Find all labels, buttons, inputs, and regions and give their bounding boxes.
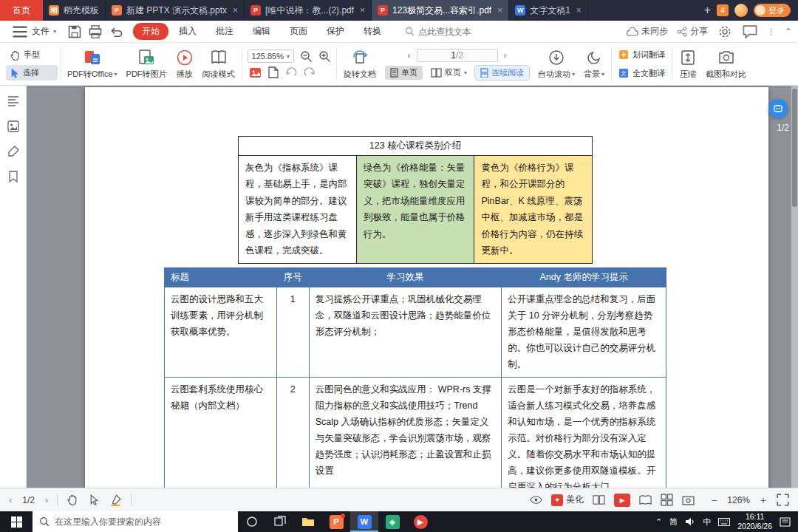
find-text-search[interactable] — [405, 27, 485, 37]
speaker-icon[interactable] — [685, 517, 695, 526]
share-button[interactable]: 分享 — [677, 25, 708, 38]
gear-icon[interactable] — [717, 24, 733, 39]
cortana-button[interactable] — [238, 511, 266, 532]
zoom-out-icon[interactable] — [300, 50, 313, 63]
screenshot-compare-button[interactable]: 截图和对比 — [701, 44, 751, 83]
assistant-floating-button[interactable] — [768, 99, 788, 118]
notification-center-icon[interactable] — [780, 517, 791, 527]
close-tab-icon[interactable]: × — [360, 5, 365, 16]
wps-presentation-button[interactable]: P — [322, 511, 350, 532]
document-viewport[interactable]: 123 核心课程类别介绍 灰色为《指标系统》课程，基础易上手，是内部课较为简单的… — [27, 86, 798, 488]
tray-expand-icon[interactable]: ⌃ — [655, 517, 662, 527]
start-button[interactable] — [0, 511, 33, 532]
play-slideshow-button[interactable]: 播放 — [171, 44, 198, 83]
tab-page[interactable]: 页面 — [281, 23, 316, 40]
taskbar-clock[interactable]: 16:11 2020/6/26 — [737, 512, 772, 531]
user-avatar[interactable] — [734, 4, 748, 17]
select-tool-icon[interactable] — [88, 494, 100, 506]
save-icon[interactable] — [66, 24, 83, 39]
annotation-panel-icon[interactable] — [7, 145, 20, 158]
more-icon[interactable]: ⋮ — [767, 27, 776, 37]
word-translate-button[interactable]: 划词翻译 — [614, 47, 669, 63]
beautify-button[interactable]: ✦ 美化 — [551, 494, 584, 506]
file-menu[interactable]: 文件 ▾ — [6, 24, 62, 39]
hand-tool-icon[interactable] — [66, 494, 79, 506]
rotate-document-button[interactable]: 旋转文档 — [339, 44, 381, 83]
tab-convert[interactable]: 转换 — [355, 23, 390, 40]
pdf-page[interactable]: 123 核心课程类别介绍 灰色为《指标系统》课程，基础易上手，是内部课较为简单的… — [85, 87, 768, 488]
pdf-to-image-button[interactable]: PDF转图片 — [122, 44, 171, 83]
ime-indicator[interactable]: 中 — [703, 516, 711, 528]
zoom-level[interactable]: 126% — [727, 495, 750, 505]
close-tab-icon[interactable]: × — [233, 5, 238, 16]
previous-page-icon[interactable]: ‹ — [9, 494, 12, 505]
tab-comment[interactable]: 批注 — [207, 23, 242, 40]
comment-icon[interactable] — [742, 24, 758, 39]
doc-tool-icon[interactable] — [268, 66, 279, 78]
media-player-button[interactable]: ▶ — [406, 511, 434, 532]
login-button[interactable]: 登录 — [754, 4, 791, 17]
language-indicator[interactable]: 简 — [669, 516, 678, 528]
next-page-icon[interactable]: › — [45, 494, 48, 505]
bookmark-panel-icon[interactable] — [7, 170, 20, 183]
read-mode-button[interactable]: 阅读模式 — [198, 44, 239, 83]
sync-status[interactable]: 未同步 — [627, 25, 668, 38]
zoom-in-button[interactable]: + — [757, 494, 769, 506]
select-tool-button[interactable]: 选择 — [6, 65, 58, 81]
history-forward-icon[interactable] — [304, 67, 316, 78]
double-page-view-button[interactable]: 双页 ▾ — [426, 66, 472, 80]
text-highlight-icon[interactable] — [109, 494, 122, 506]
taskbar-search-box[interactable]: 在这里输入你要搜索的内容 — [33, 511, 238, 532]
zoom-in-icon[interactable] — [318, 50, 331, 63]
auto-scroll-button[interactable]: 自动滚动▾ — [533, 44, 579, 83]
vertical-scrollbar[interactable] — [791, 86, 798, 488]
play-button[interactable]: ▶ — [614, 494, 630, 507]
double-page-icon[interactable] — [593, 494, 605, 506]
new-tab-button[interactable]: + — [704, 4, 711, 17]
pdf-to-office-button[interactable]: PDF转Office▾ — [63, 44, 122, 83]
compress-button[interactable]: 压缩 — [675, 44, 701, 83]
next-page-icon[interactable]: › — [504, 50, 507, 61]
task-view-button[interactable] — [266, 511, 294, 532]
tab-pptx-document[interactable]: P 新建 PPTX 演示文稿.pptx × — [106, 0, 245, 21]
tab-pdf-document-1[interactable]: P [唯中说禅：教...(2).pdf × — [245, 0, 372, 21]
tab-protect[interactable]: 保护 — [318, 23, 353, 40]
hand-tool-button[interactable]: 手型 — [6, 47, 58, 63]
file-explorer-button[interactable] — [294, 511, 322, 532]
wps-writer-button-active[interactable]: W — [350, 511, 378, 532]
app-green-button[interactable]: ◈ — [378, 511, 406, 532]
tab-edit[interactable]: 编辑 — [244, 23, 279, 40]
fullscreen-icon[interactable] — [777, 494, 789, 506]
screenshot-icon[interactable] — [682, 494, 695, 506]
tab-start[interactable]: 开始 — [133, 23, 168, 40]
tab-pdf-document-active[interactable]: P 123极简交易...容索引.pdf × — [372, 0, 509, 21]
zoom-out-button[interactable]: − — [708, 494, 720, 506]
thumbnail-panel-icon[interactable] — [7, 120, 20, 133]
notification-badge[interactable]: 4 — [717, 4, 729, 16]
continuous-read-button[interactable]: 连续阅读 — [475, 66, 529, 80]
eye-icon[interactable] — [530, 494, 542, 506]
undo-icon[interactable] — [108, 24, 124, 39]
previous-page-icon[interactable]: ‹ — [407, 50, 410, 61]
background-button[interactable]: 背景▾ — [579, 44, 609, 83]
zoom-level-dropdown[interactable]: 125.85%▾ — [248, 50, 294, 63]
read-mode-icon[interactable] — [639, 494, 652, 506]
history-back-icon[interactable] — [285, 67, 297, 78]
tab-insert[interactable]: 插入 — [170, 23, 205, 40]
close-tab-icon[interactable]: × — [576, 5, 582, 16]
find-text-input[interactable] — [418, 27, 485, 37]
tab-docer[interactable]: 稻 稻壳模板 — [43, 0, 106, 21]
home-tab[interactable]: 首页 — [0, 0, 43, 21]
collapse-ribbon-icon[interactable]: ⌃ — [785, 27, 792, 37]
single-page-view-button[interactable]: 单页 — [385, 66, 423, 80]
grid-view-icon[interactable] — [661, 494, 673, 506]
page-number-input[interactable]: 1/2 — [417, 49, 498, 62]
touch-keyboard-icon[interactable] — [718, 518, 730, 526]
print-icon[interactable] — [87, 24, 103, 39]
insert-image-tool-icon[interactable] — [249, 67, 262, 78]
full-translate-button[interactable]: 文 全文翻译 — [614, 66, 669, 81]
scrollbar-thumb[interactable] — [792, 89, 797, 207]
outline-panel-icon[interactable] — [7, 95, 20, 108]
close-tab-icon[interactable]: × — [497, 5, 502, 16]
tab-writer-document[interactable]: W 文字文稿1 × — [509, 0, 588, 21]
